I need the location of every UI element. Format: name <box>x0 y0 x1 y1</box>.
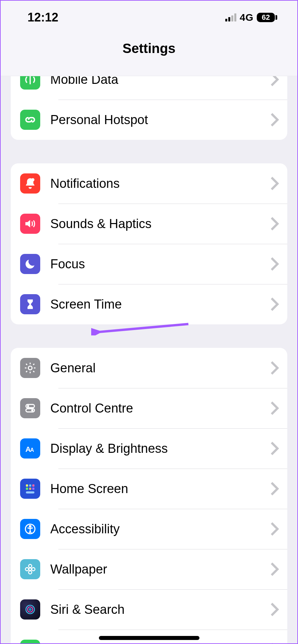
home-indicator <box>99 636 199 640</box>
row-label: Accessibility <box>50 522 270 536</box>
svg-point-21 <box>32 568 35 571</box>
row-personal-hotspot[interactable]: Personal Hotspot <box>11 100 287 140</box>
svg-rect-11 <box>26 488 28 490</box>
chevron-right-icon <box>270 176 279 191</box>
chevron-right-icon <box>270 216 279 231</box>
section-notifications: Notifications Sounds & Haptics Focus <box>11 163 287 324</box>
svg-rect-12 <box>29 488 31 490</box>
row-label: Personal Hotspot <box>50 113 270 127</box>
row-home-screen[interactable]: Home Screen <box>11 469 287 509</box>
row-label: Face ID & Passcode <box>50 643 270 644</box>
svg-point-1 <box>28 366 32 370</box>
row-label: Home Screen <box>50 482 270 496</box>
chevron-right-icon <box>270 642 279 643</box>
antenna-icon <box>20 76 40 90</box>
settings-list[interactable]: Mobile Data Personal Hotspot Notificatio… <box>1 76 297 643</box>
row-label: Siri & Search <box>50 602 270 617</box>
row-general[interactable]: General <box>11 348 287 388</box>
chevron-right-icon <box>270 112 279 127</box>
svg-rect-8 <box>26 484 28 486</box>
chevron-right-icon <box>270 562 279 577</box>
gear-icon <box>20 358 40 378</box>
battery-icon: 62 <box>257 13 277 22</box>
row-siri-search[interactable]: Siri & Search <box>11 589 287 630</box>
row-label: Sounds & Haptics <box>50 217 270 231</box>
row-display-brightness[interactable]: AA Display & Brightness <box>11 428 287 469</box>
svg-point-19 <box>28 571 32 574</box>
section-connectivity: Mobile Data Personal Hotspot <box>11 76 287 140</box>
svg-rect-13 <box>32 488 34 490</box>
row-label: Focus <box>50 257 270 271</box>
chevron-right-icon <box>270 481 279 496</box>
faceid-icon <box>20 640 40 643</box>
svg-text:A: A <box>30 447 34 453</box>
network-label: 4G <box>240 12 253 23</box>
svg-rect-9 <box>29 484 31 486</box>
svg-point-17 <box>29 568 32 571</box>
chevron-right-icon <box>270 257 279 271</box>
moon-icon <box>20 254 40 274</box>
row-label: Control Centre <box>50 401 270 416</box>
signal-icon <box>225 13 236 21</box>
row-wallpaper[interactable]: Wallpaper <box>11 549 287 589</box>
chevron-right-icon <box>270 441 279 456</box>
status-time: 12:12 <box>27 10 58 24</box>
chevron-right-icon <box>270 602 279 617</box>
row-label: Screen Time <box>50 297 270 312</box>
chevron-right-icon <box>270 76 279 87</box>
row-mobile-data[interactable]: Mobile Data <box>11 76 287 100</box>
row-sounds-haptics[interactable]: Sounds & Haptics <box>11 204 287 244</box>
row-label: Notifications <box>50 176 270 191</box>
section-general: General Control Centre AA Display & Brig… <box>11 348 287 643</box>
svg-point-20 <box>25 568 29 571</box>
page-title: Settings <box>123 41 176 56</box>
svg-rect-14 <box>26 491 34 493</box>
svg-rect-10 <box>32 484 34 486</box>
flower-icon <box>20 559 40 579</box>
grid-icon <box>20 479 40 499</box>
svg-point-5 <box>31 409 33 411</box>
chevron-right-icon <box>270 401 279 416</box>
battery-level: 62 <box>257 13 275 22</box>
nav-bar: Settings <box>1 34 297 76</box>
hourglass-icon <box>20 294 40 314</box>
speaker-icon <box>20 214 40 234</box>
accessibility-icon <box>20 519 40 539</box>
row-accessibility[interactable]: Accessibility <box>11 509 287 549</box>
bell-icon <box>20 173 40 194</box>
chevron-right-icon <box>270 297 279 312</box>
row-notifications[interactable]: Notifications <box>11 163 287 204</box>
link-icon <box>20 110 40 130</box>
status-bar: 12:12 4G 62 <box>1 1 297 34</box>
row-label: Display & Brightness <box>50 441 270 456</box>
svg-point-16 <box>29 526 31 527</box>
row-label: General <box>50 361 270 375</box>
chevron-right-icon <box>270 361 279 375</box>
svg-point-18 <box>28 565 32 568</box>
row-control-centre[interactable]: Control Centre <box>11 388 287 428</box>
device-frame: 12:12 4G 62 Settings Mobile Data <box>0 0 298 644</box>
svg-point-3 <box>27 405 29 407</box>
svg-point-0 <box>31 178 35 181</box>
status-right: 4G 62 <box>225 12 277 23</box>
switches-icon <box>20 398 40 418</box>
svg-point-24 <box>28 608 32 611</box>
chevron-right-icon <box>270 522 279 536</box>
row-screen-time[interactable]: Screen Time <box>11 284 287 324</box>
text-size-icon: AA <box>20 438 40 459</box>
siri-icon <box>20 599 40 620</box>
row-focus[interactable]: Focus <box>11 244 287 284</box>
row-label: Wallpaper <box>50 562 270 577</box>
row-label: Mobile Data <box>50 76 270 87</box>
